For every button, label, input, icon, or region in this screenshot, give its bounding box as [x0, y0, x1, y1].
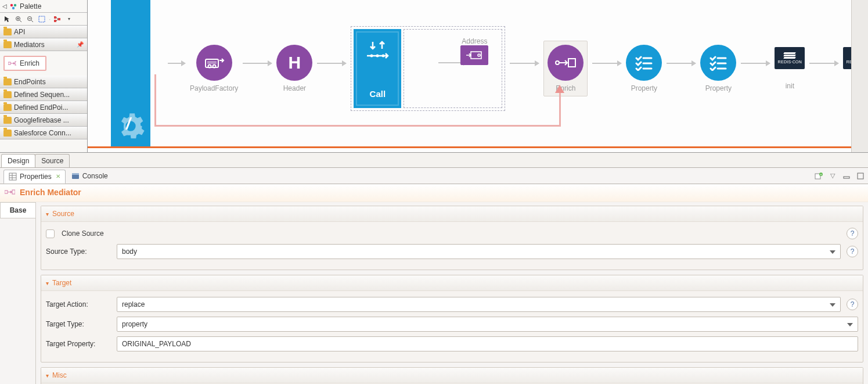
palette-toolbar: · ▾ — [0, 13, 87, 26]
drawer-google-firebase[interactable]: Googlefirebase ... — [0, 114, 87, 127]
svg-rect-18 — [15, 62, 16, 65]
svg-text:+: + — [820, 173, 822, 176]
section-head-source[interactable]: ▾Source — [41, 206, 863, 222]
properties-icon — [9, 173, 17, 181]
twistie-icon: ▾ — [46, 211, 49, 217]
side-tab-base[interactable]: Base — [0, 202, 35, 218]
property-icon — [626, 45, 662, 81]
help-icon[interactable]: ? — [847, 246, 858, 257]
flow-arrow — [510, 63, 539, 64]
svg-rect-22 — [207, 61, 217, 64]
address-label: Address — [462, 37, 487, 45]
label-target-type: Target Type: — [46, 320, 111, 328]
label-target-property: Target Property: — [46, 340, 111, 348]
select-source-type[interactable]: body — [117, 244, 841, 259]
svg-rect-16 — [8, 62, 10, 64]
separator: · — [49, 15, 51, 23]
callout-line — [154, 125, 561, 127]
label-target-action: Target Action: — [46, 300, 111, 308]
property-icon — [700, 45, 736, 81]
properties-title: Enrich Mediator — [20, 188, 81, 197]
minimize-icon[interactable] — [842, 172, 851, 180]
help-icon[interactable]: ? — [847, 299, 858, 310]
folder-icon — [3, 28, 12, 35]
node-property-2[interactable]: Property — [700, 45, 736, 92]
tab-design[interactable]: Design — [1, 154, 35, 167]
flow-arrow — [243, 63, 272, 64]
node-call[interactable]: Call Address — [351, 26, 505, 111]
new-view-icon[interactable]: + — [815, 172, 823, 180]
view-tab-properties[interactable]: Properties ✕ — [3, 170, 66, 184]
section-target: ▾Target Target Action: replace ? Target … — [41, 275, 863, 363]
svg-line-8 — [31, 20, 33, 22]
select-target-type[interactable]: property — [117, 317, 858, 332]
drawer-salesforce-connector[interactable]: Salesforce Conn... — [0, 127, 87, 139]
address-endpoint[interactable] — [460, 45, 488, 65]
section-head-target[interactable]: ▾Target — [41, 275, 863, 291]
view-actions: + ▽ — [815, 172, 865, 180]
palette-panel: ◁ Palette · ▾ API Mediators📌 Enrich — [0, 0, 88, 152]
section-source: ▾Source Clone Source ? Source Type: body… — [41, 206, 863, 270]
drawer-endpoints[interactable]: EndPoints — [0, 76, 87, 88]
svg-rect-30 — [568, 59, 575, 67]
call-mediator[interactable]: Call — [354, 29, 401, 108]
svg-point-1 — [14, 3, 16, 6]
pointer-tool-icon[interactable] — [2, 15, 12, 24]
flow-arrow — [168, 63, 185, 64]
enrich-icon — [8, 60, 16, 66]
drawer-defined-sequences[interactable]: Defined Sequen... — [0, 88, 87, 101]
palette-item-label: Enrich — [20, 59, 39, 67]
callout-arrow-icon — [555, 85, 564, 93]
drawer-api[interactable]: API — [0, 26, 87, 38]
svg-point-24 — [370, 55, 373, 58]
checkbox-clone-source[interactable] — [46, 229, 55, 238]
views-tabbar: Properties ✕ Console + ▽ — [0, 168, 868, 184]
folder-icon — [3, 117, 12, 124]
svg-point-2 — [12, 6, 15, 9]
marquee-tool-icon[interactable] — [37, 15, 46, 24]
node-payload-factory[interactable]: PayloadFactory — [190, 45, 238, 92]
api-resource-bar[interactable]: / — [111, 0, 150, 148]
layout-tool-icon[interactable] — [53, 15, 62, 24]
tab-source[interactable]: Source — [35, 154, 70, 167]
drawer-defined-endpoints[interactable]: Defined EndPoi... — [0, 101, 87, 114]
header-icon: H — [276, 45, 312, 81]
vertical-scrollbar[interactable] — [851, 0, 868, 152]
node-property-1[interactable]: Property — [626, 45, 662, 92]
folder-icon — [3, 104, 12, 111]
svg-rect-46 — [844, 177, 849, 178]
svg-point-28 — [478, 54, 480, 56]
back-triangle-icon[interactable]: ◁ — [2, 3, 7, 9]
maximize-icon[interactable] — [856, 172, 865, 180]
svg-rect-48 — [5, 191, 8, 193]
section-misc: ▾Misc Description: ? — [41, 367, 863, 384]
view-tab-console[interactable]: Console — [67, 170, 113, 182]
dropdown-icon[interactable]: ▾ — [64, 15, 74, 24]
palette-item-enrich[interactable]: Enrich — [3, 56, 46, 71]
drawer-mediators[interactable]: Mediators📌 — [0, 38, 87, 51]
help-icon[interactable]: ? — [847, 228, 858, 239]
view-menu-icon[interactable]: ▽ — [829, 172, 837, 180]
svg-rect-50 — [12, 190, 15, 194]
section-head-misc[interactable]: ▾Misc — [41, 368, 863, 383]
pin-icon[interactable]: 📌 — [77, 41, 84, 48]
node-redis-init[interactable]: REDIS·CON init — [775, 47, 805, 90]
editor-tabs: Design Source — [0, 153, 868, 168]
zoom-out-icon[interactable] — [26, 15, 35, 24]
design-canvas[interactable]: / PayloadFactory H Header — [88, 0, 868, 152]
zoom-in-icon[interactable] — [14, 15, 23, 24]
svg-line-14 — [56, 17, 58, 19]
input-target-property[interactable]: ORIGINAL_PAYLOAD — [117, 336, 858, 351]
svg-line-15 — [56, 19, 58, 21]
canvas-bottom-strip — [88, 146, 868, 148]
properties-body: Base ▾Source Clone Source ? Source Type:… — [0, 202, 868, 384]
call-icon — [363, 38, 391, 71]
callout-line — [559, 92, 561, 127]
folder-icon — [3, 78, 12, 85]
close-icon[interactable]: ✕ — [56, 173, 60, 180]
node-enrich-selected[interactable]: Enrich — [543, 41, 588, 96]
svg-point-26 — [382, 55, 385, 58]
palette-body: Enrich — [0, 51, 87, 76]
select-target-action[interactable]: replace — [117, 297, 841, 312]
node-header[interactable]: H Header — [276, 45, 312, 92]
